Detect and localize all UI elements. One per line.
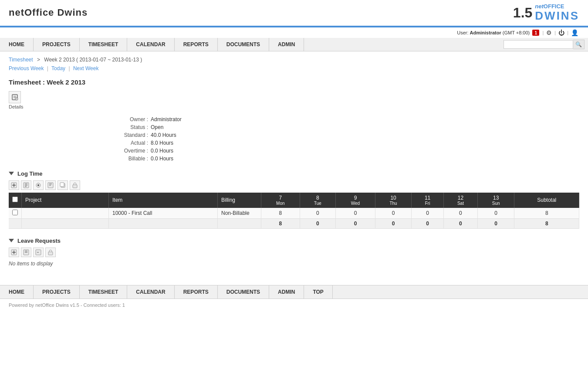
user-icon[interactable]: 👤 — [571, 29, 578, 36]
logo-area: 1.5 netOFFICE DWINS — [513, 3, 579, 22]
next-week-link[interactable]: Next Week — [73, 65, 98, 71]
settings-icon[interactable]: ⚙ — [546, 29, 552, 36]
copy-log-button[interactable] — [57, 180, 68, 190]
footer-nav-top[interactable]: TOP — [304, 285, 332, 299]
week-nav-sep1: | — [47, 65, 48, 71]
header-subtotal: Subtotal — [514, 193, 579, 208]
header-day11: 11 Fri — [412, 193, 444, 208]
actual-row: Actual : 8.0 Hours — [96, 140, 579, 146]
powered-by: Powered by netOffice Dwins v1.5 - Connec… — [0, 299, 588, 311]
import-leave-button[interactable] — [21, 248, 31, 257]
search-button[interactable]: 🔍 — [573, 40, 585, 49]
total-row: 8 0 0 0 0 0 0 8 — [9, 218, 579, 228]
footer-nav-projects[interactable]: PROJECTS — [34, 285, 80, 299]
header-day8: 8 Tue — [300, 193, 335, 208]
today-link[interactable]: Today — [51, 65, 65, 71]
nav-documents[interactable]: DOCUMENTS — [218, 38, 269, 51]
details-area: Details — [9, 91, 579, 109]
log-time-section: Log Time — [9, 170, 579, 229]
svg-rect-29 — [48, 252, 53, 255]
timezone: (GMT +8:00) — [503, 30, 530, 35]
timesheet-title: Timesheet : Week 2 2013 — [9, 78, 579, 86]
header-day10: 10 Thu — [375, 193, 411, 208]
log-time-title: Log Time — [17, 170, 43, 177]
row-d9: 0 — [336, 208, 375, 219]
nav-calendar[interactable]: CALENDAR — [127, 38, 174, 51]
nav-projects[interactable]: PROJECTS — [34, 38, 80, 51]
nav-admin[interactable]: ADMIN — [269, 38, 304, 51]
status-label: Status : — [96, 124, 148, 130]
status-value: Open — [151, 124, 163, 130]
details-icon-button[interactable] — [9, 91, 21, 103]
user-label: User: — [457, 30, 468, 35]
separator-1: | — [542, 30, 544, 35]
row-billing: Non-Billable — [218, 208, 261, 219]
footer-nav-timesheet[interactable]: TIMESHEET — [80, 285, 128, 299]
log-time-table: Project Item Billing 7 Mon 8 Tue 9 Wed — [9, 193, 579, 229]
footer-nav-home[interactable]: HOME — [0, 285, 34, 299]
billable-label: Billable : — [96, 156, 148, 162]
power-icon[interactable]: ⏻ — [558, 29, 564, 36]
separator-2: | — [554, 30, 556, 35]
owner-label: Owner : — [96, 116, 148, 122]
edit-leave-button[interactable] — [33, 248, 44, 257]
breadcrumb: Timesheet > Week 2 2013 ( 2013-01-07 ~ 2… — [9, 57, 579, 63]
svg-rect-19 — [60, 183, 64, 187]
row-d12: 0 — [444, 208, 478, 219]
footer-nav-documents[interactable]: DOCUMENTS — [218, 285, 269, 299]
edit-log-button[interactable] — [45, 180, 56, 190]
total-d7: 8 — [261, 218, 300, 228]
notification-badge[interactable]: 1 — [532, 30, 539, 36]
user-bar: User: Administrator (GMT +8:00) 1 | ⚙ | … — [0, 27, 588, 38]
leave-requests-header[interactable]: Leave Requests — [9, 238, 579, 244]
total-d9: 0 — [336, 218, 375, 228]
standard-label: Standard : — [96, 132, 148, 138]
row-d10: 0 — [375, 208, 411, 219]
nav-timesheet[interactable]: TIMESHEET — [80, 38, 128, 51]
footer-nav-calendar[interactable]: CALENDAR — [127, 285, 174, 299]
svg-rect-20 — [73, 185, 77, 188]
row-checkbox-cell[interactable] — [9, 208, 22, 219]
lock-leave-button[interactable] — [45, 248, 56, 257]
nav-reports[interactable]: REPORTS — [175, 38, 218, 51]
header-checkbox-col — [9, 193, 22, 208]
footer-nav-reports[interactable]: REPORTS — [175, 285, 218, 299]
total-d11: 0 — [412, 218, 444, 228]
owner-value: Administrator — [151, 116, 182, 122]
logo-net-office: netOFFICE — [535, 3, 579, 10]
week-navigation: Previous Week | Today | Next Week — [9, 65, 579, 71]
total-d13: 0 — [477, 218, 514, 228]
add-leave-button[interactable] — [9, 248, 19, 257]
add-log-button[interactable] — [9, 180, 19, 190]
header-project: Project — [22, 193, 109, 208]
collapse-arrow-icon — [9, 172, 14, 175]
import-log-button[interactable] — [21, 180, 31, 190]
row-d7: 8 — [261, 208, 300, 219]
actual-value: 8.0 Hours — [151, 140, 173, 146]
previous-week-link[interactable]: Previous Week — [9, 65, 44, 71]
select-all-checkbox[interactable] — [12, 197, 18, 202]
separator-3: | — [567, 30, 568, 35]
lock-log-button[interactable] — [70, 180, 80, 190]
details-label: Details — [9, 104, 24, 109]
header-day7: 7 Mon — [261, 193, 300, 208]
row-checkbox[interactable] — [12, 210, 18, 215]
total-subtotal: 8 — [514, 218, 579, 228]
header-day12: 12 Sat — [444, 193, 478, 208]
row-d11: 0 — [412, 208, 444, 219]
breadcrumb-separator: > — [37, 57, 40, 63]
powered-by-text: Powered by netOffice Dwins v1.5 - Connec… — [9, 302, 125, 308]
log-time-header[interactable]: Log Time — [9, 170, 579, 177]
version-number: 1.5 — [513, 5, 532, 21]
nav-home[interactable]: HOME — [0, 38, 34, 51]
view-log-button[interactable] — [33, 180, 44, 190]
footer-nav-admin[interactable]: ADMIN — [269, 285, 304, 299]
top-nav: HOME PROJECTS TIMESHEET CALENDAR REPORTS… — [0, 38, 588, 51]
search-input[interactable] — [504, 40, 573, 49]
total-d10: 0 — [375, 218, 411, 228]
breadcrumb-timesheet[interactable]: Timesheet — [9, 57, 33, 63]
row-item: 10000 - First Call — [109, 208, 218, 219]
row-subtotal: 8 — [514, 208, 579, 219]
leave-requests-section: Leave Requests No items to display — [9, 238, 579, 267]
logo-text-block: netOFFICE DWINS — [535, 3, 579, 22]
